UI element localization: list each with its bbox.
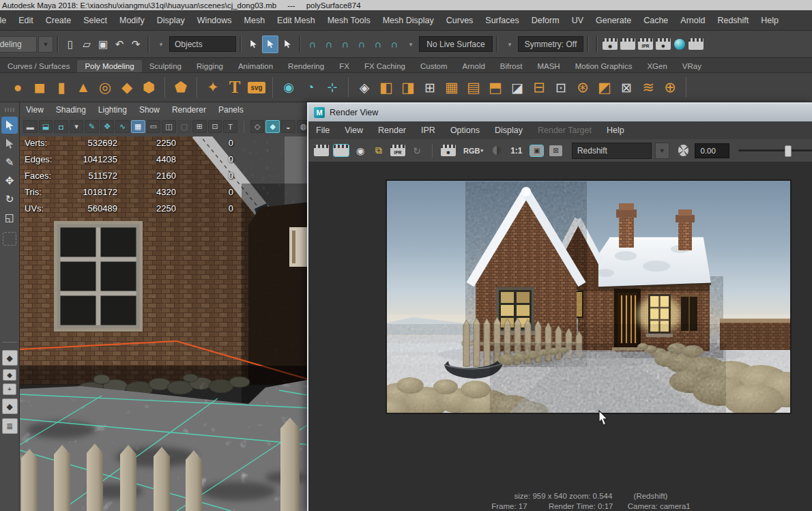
- shelf-tab-motion-graphics[interactable]: Motion Graphics: [568, 60, 640, 72]
- two-pane-layout-icon[interactable]: ◆: [3, 369, 16, 381]
- menuset-dropdown-arrow-icon[interactable]: ▼: [38, 36, 53, 53]
- boolean-icon[interactable]: ⊡: [551, 77, 571, 98]
- viewport-menu-shading[interactable]: Shading: [50, 105, 92, 115]
- renderview-menu-display[interactable]: Display: [487, 126, 530, 135]
- time-editor-icon[interactable]: ◔: [300, 77, 321, 98]
- duplicate-face-icon[interactable]: ⊞: [420, 77, 440, 98]
- move-to-origin-icon[interactable]: ⊹: [322, 77, 343, 98]
- render-settings-icon[interactable]: ✱: [656, 38, 671, 50]
- menu-create[interactable]: Create: [40, 16, 78, 25]
- render-settings-icon[interactable]: ✱: [441, 145, 456, 156]
- add-pane-layout-icon[interactable]: +: [3, 383, 16, 395]
- camera-attributes-icon[interactable]: ◘: [54, 120, 68, 133]
- bevel-icon[interactable]: ◪: [507, 77, 527, 98]
- scale-tool-icon[interactable]: ◱: [1, 209, 18, 226]
- snapshot-icon[interactable]: ◉: [353, 143, 368, 159]
- exposure-slider[interactable]: [738, 149, 812, 151]
- shelf-tab-animation[interactable]: Animation: [231, 60, 280, 72]
- shelf-tab-xgen[interactable]: XGen: [639, 60, 674, 72]
- snap-to-grid-icon[interactable]: ∩: [305, 36, 320, 53]
- window-titlebar[interactable]: Autodesk Maya 2018: E:\xiaoshu\xiangmu\3…: [0, 0, 812, 10]
- poly-cylinder-icon[interactable]: ▮: [51, 77, 72, 98]
- last-tool-slot[interactable]: [3, 232, 16, 246]
- viewport-menu-view[interactable]: View: [20, 105, 50, 115]
- reduce-icon[interactable]: ▤: [463, 77, 484, 98]
- display-alpha-icon[interactable]: [493, 146, 501, 155]
- make-live-icon[interactable]: ∩: [387, 36, 402, 53]
- quad-draw-icon[interactable]: ◩: [594, 77, 615, 98]
- render-region-icon[interactable]: [334, 145, 349, 156]
- selection-mask-dropdown-icon[interactable]: ▾: [154, 36, 169, 53]
- render-sequence-icon[interactable]: [688, 38, 704, 50]
- four-pane-layout-icon[interactable]: ◆: [2, 398, 18, 414]
- wireframe-mode-icon[interactable]: ◇: [250, 120, 265, 133]
- shelf-tab-rendering[interactable]: Rendering: [280, 60, 332, 72]
- platonic-solid-icon[interactable]: ⬟: [171, 77, 191, 98]
- menu-modify[interactable]: Modify: [113, 16, 151, 25]
- svg-tool-icon[interactable]: svg: [246, 77, 267, 98]
- extract-icon[interactable]: ◨: [398, 77, 418, 98]
- menu-windows[interactable]: Windows: [191, 16, 238, 25]
- menu-arnold[interactable]: Arnold: [674, 16, 711, 25]
- shelf-tab-vray[interactable]: VRay: [675, 60, 709, 72]
- outliner-pane-layout-icon[interactable]: ≣: [2, 418, 18, 434]
- shelf-tab-bifrost[interactable]: Bifrost: [493, 60, 530, 72]
- multi-cut-icon[interactable]: ⊠: [616, 77, 637, 98]
- viewport-menu-panels[interactable]: Panels: [212, 105, 250, 115]
- menu-file[interactable]: File: [0, 16, 12, 25]
- menu-mesh[interactable]: Mesh: [238, 16, 272, 25]
- bookmark-icon[interactable]: ▾: [70, 120, 84, 133]
- lock-camera-icon[interactable]: ⬓: [39, 120, 53, 133]
- menu-curves[interactable]: Curves: [440, 16, 480, 25]
- poly-disc-icon[interactable]: ⬢: [139, 77, 159, 98]
- menu-redshift[interactable]: Redshift: [711, 16, 755, 25]
- render-view-icon[interactable]: ◉: [603, 38, 618, 50]
- select-component-mode-icon[interactable]: [280, 36, 295, 53]
- gate-mask-icon[interactable]: ▢: [177, 120, 192, 133]
- shelf-tab-fx[interactable]: FX: [332, 60, 357, 72]
- live-surface-field[interactable]: No Live Surface: [419, 36, 493, 52]
- menu-display[interactable]: Display: [151, 16, 191, 25]
- renderview-menu-help[interactable]: Help: [599, 126, 632, 135]
- poly-plane-icon[interactable]: ◆: [117, 77, 137, 98]
- renderview-menu-render[interactable]: Render: [371, 126, 414, 135]
- renderer-select-arrow-icon[interactable]: ▼: [655, 143, 669, 159]
- renderview-menu-file[interactable]: File: [308, 126, 337, 135]
- save-scene-icon[interactable]: ▣: [96, 36, 111, 53]
- shaded-mode-icon[interactable]: ◆: [265, 120, 280, 133]
- shelf-tab-fx-caching[interactable]: FX Caching: [357, 60, 413, 72]
- redo-render-icon[interactable]: [314, 145, 329, 156]
- poly-torus-icon[interactable]: ◎: [95, 77, 115, 98]
- menu-surfaces[interactable]: Surfaces: [479, 16, 525, 25]
- poly-cone-icon[interactable]: ▲: [73, 77, 93, 98]
- combine-icon[interactable]: ◈: [354, 77, 375, 98]
- menu-edit[interactable]: Edit: [12, 16, 40, 25]
- menuset-selector[interactable]: Modeling: [0, 36, 37, 53]
- joint-tool-icon[interactable]: ◉: [278, 77, 299, 98]
- renderview-menu-options[interactable]: Options: [443, 126, 487, 135]
- open-scene-icon[interactable]: ▱: [79, 36, 94, 53]
- shelf-tab-mash[interactable]: MASH: [530, 60, 567, 72]
- render-layers-icon[interactable]: ⧉: [371, 143, 386, 159]
- symmetry-dropdown-icon[interactable]: ▾: [502, 36, 517, 53]
- shelf-tab-sculpting[interactable]: Sculpting: [142, 60, 189, 72]
- menu-mesh-display[interactable]: Mesh Display: [377, 16, 440, 25]
- move-pivot-icon[interactable]: ✥: [100, 120, 115, 133]
- grid-toggle-icon[interactable]: ▦: [131, 120, 145, 133]
- shelf-tab-rigging[interactable]: Rigging: [189, 60, 231, 72]
- select-object-mode-icon[interactable]: [262, 35, 278, 53]
- selection-mask-field[interactable]: Objects: [169, 36, 236, 52]
- super-shape-icon[interactable]: ✦: [203, 77, 223, 98]
- pause-ipr-icon[interactable]: ↻: [409, 143, 424, 159]
- textured-mode-icon[interactable]: ◒: [281, 120, 295, 133]
- paint-selection-tool-icon[interactable]: ✎: [1, 154, 18, 171]
- select-hierarchy-mode-icon[interactable]: [246, 36, 261, 53]
- menu-edit-mesh[interactable]: Edit Mesh: [271, 16, 321, 25]
- select-camera-icon[interactable]: ▬: [23, 120, 38, 133]
- fill-hole-icon[interactable]: ▦: [441, 77, 462, 98]
- film-gate-icon[interactable]: ▭: [147, 120, 161, 133]
- snap-to-point-icon[interactable]: ∩: [338, 36, 353, 53]
- marking-icon[interactable]: ∿: [115, 120, 130, 133]
- undo-icon[interactable]: ↶: [112, 36, 127, 53]
- pencil-icon[interactable]: ✎: [85, 120, 99, 133]
